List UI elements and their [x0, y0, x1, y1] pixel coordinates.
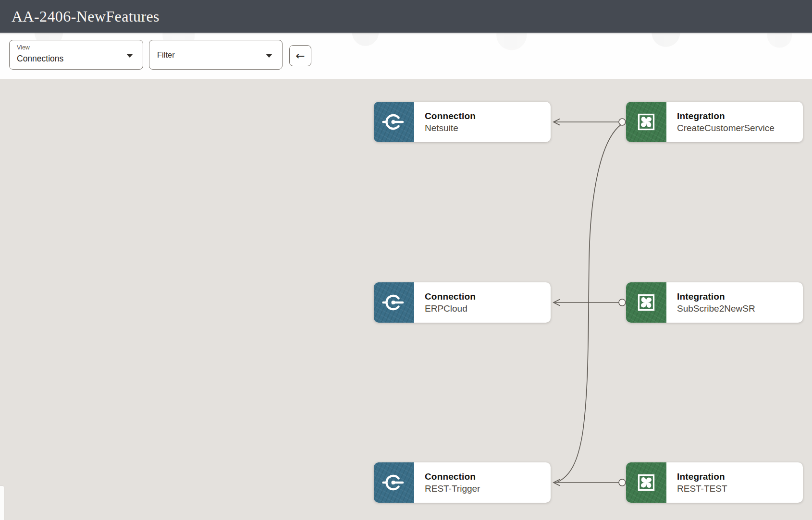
node-name-label: ERPCloud — [425, 303, 551, 314]
node-connection-rest-trigger[interactable]: Connection REST-Trigger — [374, 462, 551, 503]
back-arrow-icon: ← — [295, 50, 305, 61]
connection-icon — [374, 462, 414, 503]
toolbar: View Connections Filter ← — [0, 33, 812, 79]
node-type-label: Connection — [425, 111, 551, 121]
node-connection-erpcloud[interactable]: Connection ERPCloud — [374, 282, 551, 323]
node-name-label: Netsuite — [425, 123, 551, 133]
integration-icon — [626, 462, 666, 503]
connection-icon — [374, 102, 414, 142]
connection-icon — [374, 282, 414, 323]
app-header: AA-2406-NewFeatures — [0, 0, 812, 33]
node-type-label: Connection — [425, 472, 551, 482]
node-integration-subscribe2newsr[interactable]: Integration SubScribe2NewSR — [626, 282, 803, 323]
chevron-down-icon — [126, 54, 133, 58]
node-name-label: SubScribe2NewSR — [677, 303, 803, 314]
filter-select[interactable]: Filter — [149, 40, 283, 70]
node-name-label: REST-TEST — [677, 484, 803, 494]
integration-icon — [626, 102, 666, 142]
node-integration-rest-test[interactable]: Integration REST-TEST — [626, 462, 803, 503]
node-type-label: Integration — [677, 111, 803, 121]
chevron-down-icon — [266, 54, 272, 58]
node-type-label: Integration — [677, 291, 803, 302]
view-select-label: View — [17, 44, 30, 51]
left-panel-edge — [0, 486, 4, 520]
node-type-label: Integration — [677, 472, 803, 482]
node-name-label: REST-Trigger — [425, 484, 551, 494]
view-select-value: Connections — [17, 54, 63, 64]
node-type-label: Connection — [425, 291, 551, 302]
diagram-canvas[interactable]: Connection Netsuite Connection ERPCloud … — [0, 79, 812, 520]
integration-icon — [626, 282, 666, 323]
node-connection-netsuite[interactable]: Connection Netsuite — [374, 102, 551, 142]
view-select[interactable]: View Connections — [9, 40, 143, 70]
filter-select-label: Filter — [157, 40, 175, 69]
page-title: AA-2406-NewFeatures — [12, 8, 160, 25]
node-integration-createcustomerservice[interactable]: Integration CreateCustomerService — [626, 102, 803, 142]
node-name-label: CreateCustomerService — [677, 123, 803, 133]
back-button[interactable]: ← — [289, 45, 311, 66]
